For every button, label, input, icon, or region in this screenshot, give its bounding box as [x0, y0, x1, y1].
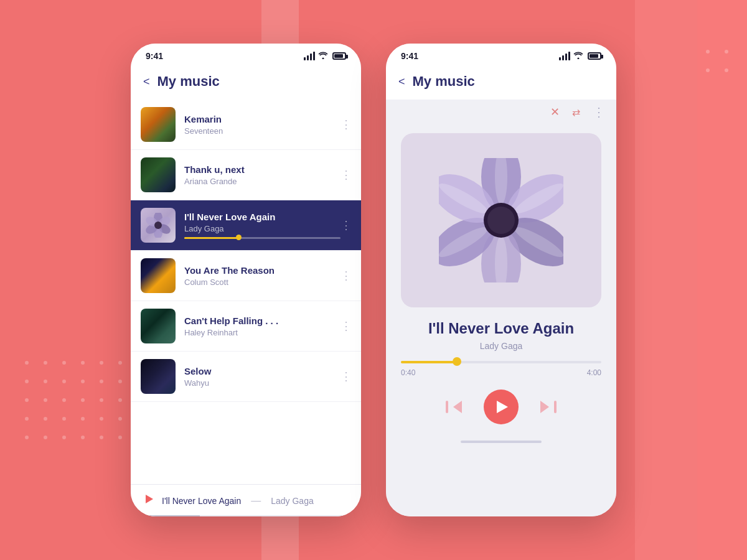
next-button[interactable]	[537, 396, 560, 418]
status-bar-1: 9:41	[131, 44, 361, 66]
player-screen: ✕ ⇄ ⋮	[386, 100, 616, 516]
song-title: Selow	[184, 366, 341, 376]
signal-bars-2	[559, 52, 570, 60]
more-options-btn[interactable]: ⋮	[593, 105, 604, 119]
song-title-active: I'll Never Love Again	[184, 212, 341, 222]
signal-bar-3	[310, 54, 312, 60]
battery-icon-1	[332, 52, 346, 60]
header-2: < My music	[386, 66, 616, 100]
progress-thumb[interactable]	[453, 357, 461, 366]
total-time: 4:00	[587, 368, 601, 377]
album-thumb-falling	[141, 309, 176, 343]
more-menu-btn[interactable]: ⋮	[341, 319, 351, 333]
signal-bar-2	[307, 55, 309, 60]
song-artist: Colum Scott	[184, 278, 341, 287]
now-playing-details: I'll Never Love Again Lady Gaga	[386, 320, 616, 361]
play-button[interactable]	[484, 390, 519, 424]
scroll-indicator	[386, 434, 616, 449]
list-item[interactable]: Can't Help Falling . . . Haley Reinhart …	[131, 301, 361, 352]
time-labels: 0:40 4:00	[401, 368, 601, 377]
song-artist: Haley Reinhart	[184, 328, 341, 337]
list-item[interactable]: You Are The Reason Colum Scott ⋮	[131, 251, 361, 301]
now-playing-artist: Lady Gaga	[401, 341, 601, 351]
svg-marker-24	[540, 401, 549, 413]
battery-fill-2	[590, 54, 598, 58]
mini-progress-fill	[184, 237, 239, 239]
mini-progress-bar	[184, 237, 341, 239]
phone-player: 9:41	[386, 44, 616, 516]
mini-play-button[interactable]	[143, 493, 154, 508]
album-thumb-kemarin	[141, 107, 176, 142]
signal-bar-1	[559, 57, 561, 60]
svg-rect-23	[446, 401, 448, 413]
list-item[interactable]: Selow Wahyu ⋮	[131, 352, 361, 402]
page-title-2: My music	[413, 73, 475, 90]
svg-point-21	[487, 207, 515, 234]
song-artist-active: Lady Gaga	[184, 224, 341, 233]
back-button-2[interactable]: <	[398, 75, 405, 88]
progress-bar[interactable]	[401, 361, 601, 363]
song-info-kemarin: Kemarin Seventeen	[184, 114, 341, 136]
signal-bar-3	[565, 54, 567, 60]
album-thumb-reason	[141, 258, 176, 293]
battery-icon-2	[588, 52, 601, 60]
list-item-active[interactable]: I'll Never Love Again Lady Gaga ⋮	[131, 200, 361, 251]
prev-button[interactable]	[443, 396, 465, 418]
status-bar-2: 9:41	[386, 44, 616, 66]
list-item[interactable]: Thank u, next Ariana Grande ⋮	[131, 150, 361, 200]
now-playing-title: I'll Never Love Again	[401, 320, 601, 337]
progress-bar-fill	[401, 361, 457, 363]
mini-player[interactable]: I'll Never Love Again — Lady Gaga	[131, 484, 361, 516]
wifi-icon-1	[318, 52, 328, 61]
more-menu-btn-active[interactable]: ⋮	[341, 218, 351, 232]
more-menu-btn[interactable]: ⋮	[341, 269, 351, 282]
song-title: You Are The Reason	[184, 265, 341, 276]
list-item[interactable]: Kemarin Seventeen ⋮	[131, 100, 361, 150]
more-menu-btn[interactable]: ⋮	[341, 370, 351, 383]
signal-bar-1	[304, 57, 306, 60]
status-right-1	[304, 52, 346, 61]
phone-list: 9:41	[131, 44, 361, 516]
phones-container: 9:41	[131, 44, 616, 516]
song-artist: Seventeen	[184, 126, 341, 136]
player-controls	[386, 377, 616, 434]
header-1: < My music	[131, 66, 361, 100]
svg-point-6	[154, 222, 162, 229]
album-thumb-never	[141, 208, 176, 243]
music-list: Kemarin Seventeen ⋮ Thank u, next Ariana…	[131, 100, 361, 484]
album-thumb-selow	[141, 359, 176, 394]
current-time: 0:40	[401, 368, 415, 377]
more-menu-btn[interactable]: ⋮	[341, 168, 351, 182]
svg-rect-25	[554, 401, 557, 413]
song-info-selow: Selow Wahyu	[184, 366, 341, 388]
song-title: Thank u, next	[184, 164, 341, 175]
more-menu-btn[interactable]: ⋮	[341, 118, 351, 131]
mini-progress-bar-bottom	[131, 515, 361, 516]
play-icon	[497, 401, 508, 413]
mini-artist: Lady Gaga	[271, 496, 314, 506]
shuffle-icon[interactable]: ⇄	[572, 106, 580, 118]
status-right-2	[559, 52, 601, 61]
signal-bar-2	[562, 55, 564, 60]
song-info-reason: You Are The Reason Colum Scott	[184, 265, 341, 287]
song-info-falling: Can't Help Falling . . . Haley Reinhart	[184, 315, 341, 337]
back-button-1[interactable]: <	[143, 75, 150, 88]
song-artist: Wahyu	[184, 378, 341, 388]
song-info-never: I'll Never Love Again Lady Gaga	[184, 212, 341, 239]
mini-progress-dot	[236, 235, 242, 240]
progress-section: 0:40 4:00	[386, 361, 616, 377]
svg-marker-22	[453, 401, 462, 413]
album-thumb-thanku	[141, 157, 176, 192]
song-artist: Ariana Grande	[184, 177, 341, 186]
song-info-thanku: Thank u, next Ariana Grande	[184, 164, 341, 186]
svg-marker-7	[146, 495, 153, 503]
player-actions: ✕ ⇄ ⋮	[386, 100, 616, 127]
song-title: Can't Help Falling . . .	[184, 315, 341, 326]
bg-rect-right2	[697, 0, 747, 560]
page-title-1: My music	[157, 73, 220, 90]
signal-bar-4	[313, 52, 315, 60]
mini-separator: —	[251, 495, 261, 506]
wifi-icon-2	[573, 52, 583, 61]
close-icon[interactable]: ✕	[550, 105, 560, 119]
status-time-1: 9:41	[146, 51, 163, 61]
